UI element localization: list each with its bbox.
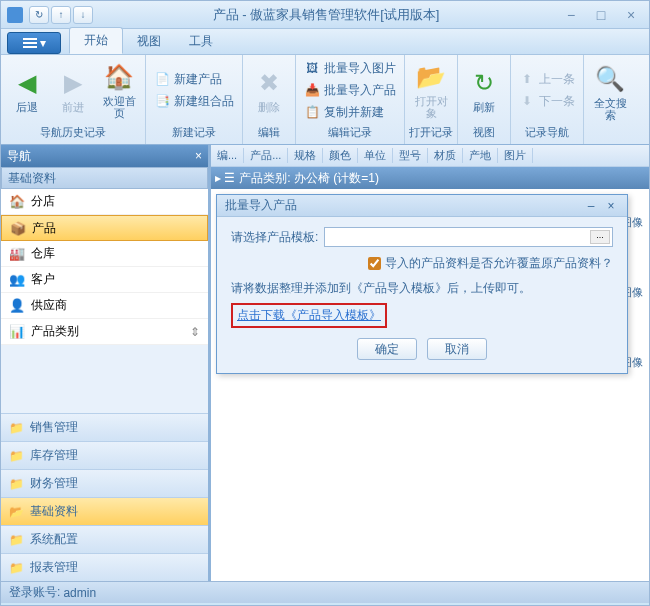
branch-icon: 🏠 [9, 194, 25, 210]
tab-start[interactable]: 开始 [69, 27, 123, 54]
template-input[interactable]: ··· [324, 227, 613, 247]
warehouse-icon: 🏭 [9, 246, 25, 262]
sidebar-group-inventory[interactable]: 📁库存管理 [1, 441, 208, 469]
sidebar-item-warehouse[interactable]: 🏭仓库 [1, 241, 208, 267]
new-combo-button[interactable]: 📑新建组合品 [150, 91, 238, 112]
product-icon: 📦 [10, 220, 26, 236]
prev-record-button[interactable]: ⬆上一条 [515, 69, 579, 90]
account-label: 登录账号: [9, 584, 60, 601]
bc-item[interactable]: 材质 [428, 148, 463, 163]
sidebar-header: 导航× [1, 145, 208, 167]
new-product-button[interactable]: 📄新建产品 [150, 69, 238, 90]
maximize-button[interactable]: □ [589, 7, 613, 23]
template-label: 请选择产品模板: [231, 229, 318, 246]
sidebar-item-supplier[interactable]: 👤供应商 [1, 293, 208, 319]
titlebar: ↻ ↑ ↓ 产品 - 傲蓝家具销售管理软件[试用版本] − □ × [1, 1, 649, 29]
dialog-close-icon[interactable]: × [603, 199, 619, 213]
ok-button[interactable]: 确定 [357, 338, 417, 360]
checkbox-label: 导入的产品资料是否允许覆盖原产品资料？ [385, 255, 613, 272]
sidebar-item-customer[interactable]: 👥客户 [1, 267, 208, 293]
statusbar: 登录账号: admin [1, 581, 649, 603]
dialog-minimize-icon[interactable]: – [583, 199, 599, 213]
file-menu-button[interactable]: ▾ [7, 32, 61, 54]
dialog-hint: 请将数据整理并添加到《产品导入模板》后，上传即可。 [231, 280, 613, 297]
refresh-button[interactable]: ↻刷新 [462, 58, 506, 122]
bc-item[interactable]: 编... [211, 148, 244, 163]
import-dialog: 批量导入产品 –× 请选择产品模板: ··· 导入的产品资料是否允许覆盖原产品资… [216, 194, 628, 374]
folder-icon: 📁 [9, 561, 24, 575]
account-value: admin [63, 586, 96, 600]
supplier-icon: 👤 [9, 298, 25, 314]
copy-new-button[interactable]: 📋复制并新建 [300, 102, 400, 123]
folder-icon: 📁 [9, 421, 24, 435]
back-button[interactable]: ◀后退 [5, 58, 49, 122]
bc-item[interactable]: 单位 [358, 148, 393, 163]
category-icon: 📊 [9, 324, 25, 340]
delete-button[interactable]: ✖删除 [247, 58, 291, 122]
customer-icon: 👥 [9, 272, 25, 288]
up-qat-button[interactable]: ↑ [51, 6, 71, 24]
tab-tools[interactable]: 工具 [175, 29, 227, 54]
import-image-button[interactable]: 🖼批量导入图片 [300, 58, 400, 79]
window-title: 产品 - 傲蓝家具销售管理软件[试用版本] [93, 6, 559, 24]
sidebar-item-product[interactable]: 📦产品 [1, 215, 208, 241]
download-template-link[interactable]: 点击下载《产品导入模板》 [231, 303, 387, 328]
folder-icon: 📁 [9, 533, 24, 547]
overwrite-checkbox[interactable] [368, 257, 381, 270]
ribbon-tabs: ▾ 开始 视图 工具 [1, 29, 649, 55]
refresh-qat-button[interactable]: ↻ [29, 6, 49, 24]
sidebar: 导航× 基础资料 🏠分店 📦产品 🏭仓库 👥客户 👤供应商 📊产品类别⇕ 📁销售… [1, 145, 211, 581]
dialog-title: 批量导入产品 –× [217, 195, 627, 217]
breadcrumb: 编... 产品... 规格 颜色 单位 型号 材质 产地 图片 [211, 145, 649, 167]
bc-item[interactable]: 图片 [498, 148, 533, 163]
bc-item[interactable]: 产品... [244, 148, 288, 163]
sidebar-group-basic[interactable]: 📂基础资料 [1, 497, 208, 525]
app-icon [7, 7, 23, 23]
sidebar-group-report[interactable]: 📁报表管理 [1, 553, 208, 581]
category-bar[interactable]: ▸ ☰产品类别: 办公椅 (计数=1) [211, 167, 649, 189]
browse-button[interactable]: ··· [590, 230, 610, 244]
open-object-button[interactable]: 📂打开对象 [409, 58, 453, 122]
import-product-button[interactable]: 📥批量导入产品 [300, 80, 400, 101]
next-record-button[interactable]: ⬇下一条 [515, 91, 579, 112]
search-button[interactable]: 🔍全文搜索 [588, 60, 632, 124]
cancel-button[interactable]: 取消 [427, 338, 487, 360]
sidebar-group-system[interactable]: 📁系统配置 [1, 525, 208, 553]
down-qat-button[interactable]: ↓ [73, 6, 93, 24]
sidebar-item-branch[interactable]: 🏠分店 [1, 189, 208, 215]
forward-button[interactable]: ▶前进 [51, 58, 95, 122]
home-button[interactable]: 🏠欢迎首页 [97, 58, 141, 122]
folder-icon: 📁 [9, 449, 24, 463]
folder-open-icon: 📂 [9, 505, 24, 519]
sidebar-close-icon[interactable]: × [195, 149, 202, 163]
sidebar-group-sales[interactable]: 📁销售管理 [1, 413, 208, 441]
ribbon: ◀后退 ▶前进 🏠欢迎首页 导航历史记录 📄新建产品 📑新建组合品 新建记录 ✖… [1, 55, 649, 145]
bc-item[interactable]: 型号 [393, 148, 428, 163]
folder-icon: 📁 [9, 477, 24, 491]
minimize-button[interactable]: − [559, 7, 583, 23]
sidebar-group-finance[interactable]: 📁财务管理 [1, 469, 208, 497]
bc-item[interactable]: 规格 [288, 148, 323, 163]
bc-item[interactable]: 产地 [463, 148, 498, 163]
sidebar-category[interactable]: 基础资料 [1, 167, 208, 189]
tab-view[interactable]: 视图 [123, 29, 175, 54]
sidebar-item-category[interactable]: 📊产品类别⇕ [1, 319, 208, 345]
bc-item[interactable]: 颜色 [323, 148, 358, 163]
close-button[interactable]: × [619, 7, 643, 23]
